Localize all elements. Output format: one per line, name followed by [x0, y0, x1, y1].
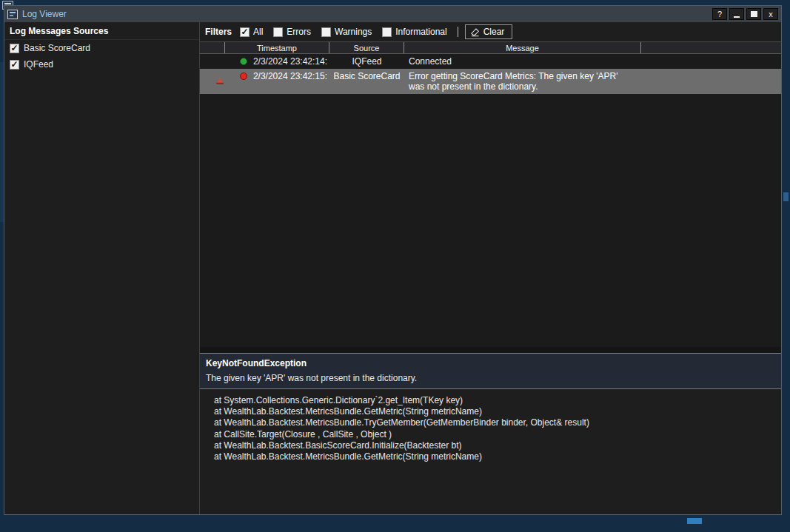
panel-splitter[interactable]: [200, 347, 781, 353]
row-filler: [641, 54, 781, 69]
column-header-source[interactable]: Source: [329, 42, 404, 53]
stack-trace-line: WealthLab.Backtest.MetricsBundle.GetMetr…: [204, 406, 777, 417]
clear-button[interactable]: Clear: [465, 24, 513, 39]
log-messages-panel: Filters All Errors Warnings Informationa…: [200, 22, 781, 514]
exception-header: KeyNotFoundException The given key 'APR'…: [200, 354, 781, 389]
row-timestamp: 2/3/2024 23:42:14:: [253, 56, 327, 67]
row-source: Basic ScoreCard: [329, 69, 404, 94]
filter-label: All: [253, 27, 263, 37]
maximize-button[interactable]: [746, 8, 761, 20]
log-row-connected[interactable]: 2/3/2024 23:42:14: IQFeed Connected: [200, 54, 781, 69]
stack-trace-line: System.Collections.Generic.Dictionary`2.…: [204, 395, 777, 406]
log-table-header: Timestamp Source Message: [200, 41, 781, 54]
row-timestamp: 2/3/2024 23:42:15:: [253, 71, 327, 81]
row-filler: [641, 69, 781, 94]
source-item-label: IQFeed: [24, 59, 53, 70]
source-item-label: Basic ScoreCard: [24, 43, 90, 53]
filters-bar: Filters All Errors Warnings Informationa…: [200, 22, 781, 41]
filter-errors[interactable]: Errors: [273, 27, 311, 37]
column-header-status[interactable]: [200, 42, 225, 53]
source-item-iqfeed[interactable]: IQFeed: [4, 56, 199, 73]
column-header-filler: [641, 42, 781, 53]
alarm-icon: [215, 77, 224, 86]
sources-panel-header: Log Messages Sources: [4, 22, 199, 40]
column-header-timestamp[interactable]: Timestamp: [225, 42, 329, 53]
filter-checkbox[interactable]: [321, 27, 331, 37]
help-button[interactable]: ?: [712, 8, 727, 20]
stack-trace-line: WealthLab.Backtest.MetricsBundle.GetMetr…: [204, 451, 777, 462]
row-timestamp-cell: 2/3/2024 23:42:14:: [225, 54, 329, 69]
log-viewer-window: Log Viewer ? x Log Messages Sources Basi…: [4, 5, 782, 515]
stack-trace-line: WealthLab.Backtest.BasicScoreCard.Initia…: [204, 440, 777, 451]
row-source: IQFeed: [329, 54, 404, 69]
window-controls: ? x: [712, 8, 778, 20]
log-table: Timestamp Source Message 2/3/2024 23:42:…: [200, 41, 781, 347]
source-item-basic-scorecard[interactable]: Basic ScoreCard: [4, 40, 199, 56]
filter-label: Errors: [287, 27, 311, 37]
exception-subtitle: The given key 'APR' was not present in t…: [206, 373, 775, 383]
row-message: Error getting ScoreCard Metrics: The giv…: [404, 69, 641, 94]
log-sources-panel: Log Messages Sources Basic ScoreCard IQF…: [4, 22, 200, 514]
filters-divider: [458, 27, 458, 37]
filter-label: Informational: [395, 27, 446, 37]
row-message: Connected: [404, 54, 641, 69]
stack-trace-line: WealthLab.Backtest.MetricsBundle.TryGetM…: [204, 417, 777, 428]
log-table-empty-area: [200, 94, 781, 347]
filter-all[interactable]: All: [240, 27, 263, 37]
filter-label: Warnings: [335, 27, 372, 37]
source-checkbox[interactable]: [10, 44, 19, 53]
source-checkbox[interactable]: [10, 60, 19, 70]
filter-checkbox[interactable]: [382, 27, 392, 37]
row-icon-cell: [200, 54, 225, 69]
log-row-error[interactable]: 2/3/2024 23:42:15: Basic ScoreCard Error…: [200, 69, 781, 94]
background-window-accent: [687, 518, 702, 524]
exception-detail-panel: KeyNotFoundException The given key 'APR'…: [200, 353, 781, 514]
stack-trace: System.Collections.Generic.Dictionary`2.…: [200, 389, 781, 514]
log-viewer-icon: [7, 10, 18, 19]
filter-checkbox[interactable]: [240, 27, 250, 37]
eraser-icon: [470, 27, 480, 37]
minimize-icon: [734, 16, 740, 18]
maximize-icon: [751, 11, 757, 17]
row-icon-cell: [200, 69, 225, 94]
window-body: Log Messages Sources Basic ScoreCard IQF…: [4, 22, 781, 514]
status-dot-green-icon: [240, 58, 247, 65]
filters-label: Filters: [205, 27, 232, 37]
close-button[interactable]: x: [763, 8, 778, 20]
title-bar[interactable]: Log Viewer ? x: [4, 6, 781, 22]
minimize-button[interactable]: [729, 8, 744, 20]
stack-trace-line: CallSite.Target(Closure , CallSite , Obj…: [204, 429, 777, 440]
status-dot-red-icon: [240, 73, 247, 80]
background-window-edge: [783, 192, 789, 201]
column-header-message[interactable]: Message: [404, 42, 641, 53]
filter-informational[interactable]: Informational: [382, 27, 446, 37]
window-title: Log Viewer: [22, 9, 67, 19]
filter-checkbox[interactable]: [273, 27, 283, 37]
row-timestamp-cell: 2/3/2024 23:42:15:: [225, 69, 329, 94]
exception-title: KeyNotFoundException: [206, 358, 775, 368]
filter-warnings[interactable]: Warnings: [321, 27, 372, 37]
clear-button-label: Clear: [483, 27, 505, 37]
